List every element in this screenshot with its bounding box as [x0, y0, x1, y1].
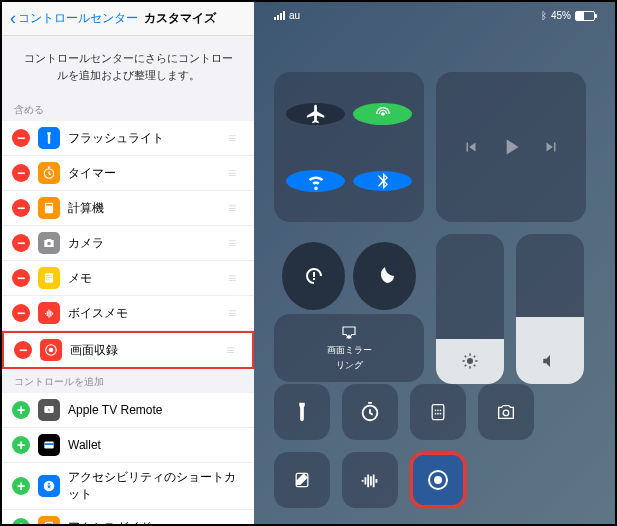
back-button[interactable]: コントロールセンター — [18, 10, 138, 27]
list-item[interactable]: +アクセシビリティのショートカット — [2, 463, 254, 510]
screen-mirroring[interactable]: 画面ミラー リング — [274, 314, 424, 382]
bluetooth-toggle[interactable] — [353, 171, 412, 191]
flashlight-tile[interactable] — [274, 384, 330, 440]
accessibility-icon — [38, 475, 60, 497]
screen-record-tile[interactable] — [410, 452, 466, 508]
row-label: Wallet — [68, 438, 244, 452]
svg-rect-19 — [432, 405, 444, 420]
back-chevron-icon[interactable]: ‹ — [10, 8, 16, 29]
drag-handle-icon[interactable] — [228, 270, 244, 286]
more-list: +tvApple TV Remote+Wallet+アクセシビリティのショートカ… — [2, 393, 254, 524]
timer-icon — [38, 162, 60, 184]
airplay-icon — [340, 324, 358, 342]
prev-track-icon[interactable] — [462, 138, 480, 156]
list-item[interactable]: −画面収録 — [2, 331, 254, 369]
svg-point-25 — [440, 413, 442, 415]
list-item[interactable]: −フラッシュライト — [2, 121, 254, 156]
battery-text: 45% — [551, 10, 571, 21]
volume-slider[interactable] — [516, 234, 584, 384]
wifi-toggle[interactable] — [286, 170, 345, 192]
add-button[interactable]: + — [12, 477, 30, 495]
airplane-toggle[interactable] — [286, 103, 345, 125]
row-label: アクセシビリティのショートカット — [68, 469, 244, 503]
remove-button[interactable]: − — [12, 304, 30, 322]
timer-tile[interactable] — [342, 384, 398, 440]
do-not-disturb[interactable] — [353, 242, 416, 310]
appletv-icon: tv — [38, 399, 60, 421]
svg-point-20 — [435, 410, 437, 412]
drag-handle-icon[interactable] — [228, 200, 244, 216]
bluetooth-icon: ᛒ — [541, 10, 547, 21]
camera-tile[interactable] — [478, 384, 534, 440]
svg-point-24 — [437, 413, 439, 415]
row-label: ボイスメモ — [68, 305, 228, 322]
list-item[interactable]: +Wallet — [2, 428, 254, 463]
add-button[interactable]: + — [12, 436, 30, 454]
remove-button[interactable]: − — [12, 164, 30, 182]
screenrecord-icon — [40, 339, 62, 361]
list-item[interactable]: −計算機 — [2, 191, 254, 226]
row-label: Apple TV Remote — [68, 403, 244, 417]
list-item[interactable]: +アクセスガイド — [2, 510, 254, 524]
flashlight-icon — [38, 127, 60, 149]
row-label: メモ — [68, 270, 228, 287]
svg-point-23 — [435, 413, 437, 415]
drag-handle-icon[interactable] — [228, 165, 244, 181]
row-label: アクセスガイド — [68, 519, 244, 525]
svg-point-3 — [47, 242, 51, 246]
included-list: −フラッシュライト−タイマー−計算機−カメラ−メモ−ボイスメモ−画面収録 — [2, 121, 254, 369]
voicememo-icon — [38, 302, 60, 324]
voicememo-tile[interactable] — [342, 452, 398, 508]
row-label: タイマー — [68, 165, 228, 182]
next-track-icon[interactable] — [542, 138, 560, 156]
list-item[interactable]: −ボイスメモ — [2, 296, 254, 331]
wallet-icon — [38, 434, 60, 456]
svg-rect-13 — [46, 522, 53, 524]
svg-text:tv: tv — [48, 408, 51, 412]
focus-row — [274, 234, 424, 302]
section-include: 含める — [2, 97, 254, 121]
svg-point-29 — [434, 476, 442, 484]
svg-point-21 — [437, 410, 439, 412]
description-text: コントロールセンターにさらにコントロールを追加および整理します。 — [2, 36, 254, 97]
remove-button[interactable]: − — [12, 129, 30, 147]
cellular-toggle[interactable] — [353, 103, 412, 125]
volume-icon — [541, 352, 559, 374]
list-item[interactable]: −カメラ — [2, 226, 254, 261]
remove-button[interactable]: − — [12, 199, 30, 217]
add-button[interactable]: + — [12, 518, 30, 524]
row-label: 画面収録 — [70, 342, 226, 359]
orientation-lock[interactable] — [282, 242, 345, 310]
play-icon[interactable] — [498, 134, 524, 160]
brightness-icon — [461, 352, 479, 374]
list-item[interactable]: −タイマー — [2, 156, 254, 191]
notes-tile[interactable] — [274, 452, 330, 508]
connectivity-module[interactable] — [274, 72, 424, 222]
remove-button[interactable]: − — [12, 234, 30, 252]
page-title: カスタマイズ — [144, 10, 216, 27]
svg-point-22 — [440, 410, 442, 412]
calculator-icon — [38, 197, 60, 219]
svg-point-17 — [467, 358, 473, 364]
settings-panel: ‹ コントロールセンター カスタマイズ コントロールセンターにさらにコントロール… — [2, 2, 254, 524]
add-button[interactable]: + — [12, 401, 30, 419]
notes-icon — [38, 267, 60, 289]
control-center-preview: au ᛒ 45% — [254, 2, 615, 524]
drag-handle-icon[interactable] — [228, 305, 244, 321]
media-module[interactable] — [436, 72, 586, 222]
remove-button[interactable]: − — [14, 341, 32, 359]
nav-header: ‹ コントロールセンター カスタマイズ — [2, 2, 254, 36]
list-item[interactable]: +tvApple TV Remote — [2, 393, 254, 428]
list-item[interactable]: −メモ — [2, 261, 254, 296]
carrier-label: au — [289, 10, 300, 21]
drag-handle-icon[interactable] — [228, 235, 244, 251]
mirror-label-2: リング — [336, 359, 363, 372]
drag-handle-icon[interactable] — [226, 342, 242, 358]
status-bar: au ᛒ 45% — [254, 10, 615, 21]
calculator-tile[interactable] — [410, 384, 466, 440]
drag-handle-icon[interactable] — [228, 130, 244, 146]
svg-point-26 — [503, 410, 509, 416]
brightness-slider[interactable] — [436, 234, 504, 384]
battery-icon — [575, 11, 595, 21]
remove-button[interactable]: − — [12, 269, 30, 287]
